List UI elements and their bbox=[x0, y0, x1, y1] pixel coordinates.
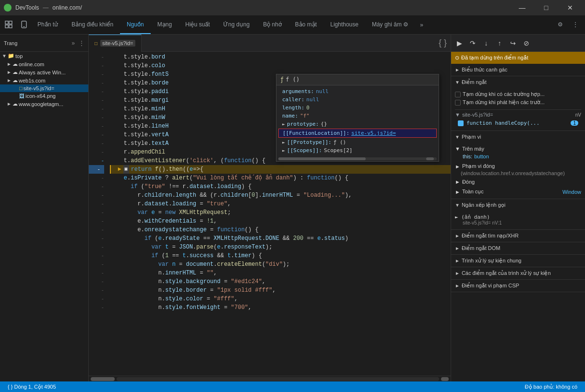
tooltip-content: arguments: null caller: null length: 0 bbox=[276, 85, 439, 156]
nav-console[interactable]: Bảng điều khiển bbox=[65, 15, 120, 34]
code-tab-site-v5[interactable]: □ site-v5.js?id= bbox=[89, 35, 142, 52]
breakpoint-option-1[interactable]: Tạm dừng khi có các trường hợp... bbox=[455, 90, 581, 98]
nav-more[interactable]: » bbox=[415, 15, 428, 34]
section-header-scope[interactable]: ▼ Phạm vi bbox=[451, 131, 585, 143]
section-header-event-bp[interactable]: ► Các điểm ngắt của trình xử lý sự kiện bbox=[451, 267, 585, 279]
image-icon: 🖼 bbox=[19, 93, 24, 99]
maximize-button[interactable]: □ bbox=[535, 0, 557, 15]
section-watch: ► Biểu thức canh gác bbox=[451, 64, 585, 76]
deactivate-button[interactable]: ⊘ bbox=[521, 38, 532, 48]
breakpoint-file-header: ▼ site-v5.js?id= nV bbox=[455, 112, 581, 118]
code-line: var n = document.createElement("div"); bbox=[110, 260, 451, 269]
title-separator: — bbox=[43, 4, 48, 11]
tab-search-input[interactable]: site-v5.js?id= bbox=[100, 40, 135, 47]
scope-global-header[interactable]: ► Toàn cục bbox=[455, 188, 561, 196]
section-header-csp[interactable]: ► Điểm ngắt vi phạm CSP bbox=[451, 280, 585, 292]
section-header-dom[interactable]: ► Điểm ngắt DOM bbox=[451, 242, 585, 254]
scope-closure-label: Phạm vi đóng bbox=[462, 163, 495, 169]
nav-ellipsis[interactable]: ⋮ bbox=[570, 21, 581, 29]
pause-icon: ⊙ bbox=[455, 55, 459, 61]
watch-label: Biểu thức canh gác bbox=[462, 67, 507, 73]
svg-rect-4 bbox=[9, 25, 12, 28]
sidebar: Trang » ⋮ ▼ 📁 top ► ☁ online.com bbox=[0, 35, 89, 381]
step-button[interactable]: ↪ bbox=[508, 38, 518, 48]
section-header-callstack[interactable]: ▼ Ngăn xếp lệnh gọi bbox=[451, 199, 585, 211]
scope-local-header[interactable]: ▼ Trên máy bbox=[455, 145, 581, 153]
minimize-button[interactable]: — bbox=[511, 0, 533, 15]
sidebar-more[interactable]: » bbox=[72, 40, 75, 47]
close-button[interactable]: ✕ bbox=[559, 0, 581, 15]
scope-local: ▼ Trên máy this: button bbox=[455, 145, 581, 160]
tree-label-site-v5: site-v5.js?id= bbox=[24, 85, 55, 91]
cloud-icon: ☁ bbox=[12, 101, 18, 107]
section-header-event[interactable]: ► Trình xử lý sự kiện chung bbox=[451, 255, 585, 267]
svg-rect-3 bbox=[5, 25, 8, 28]
sidebar-item-icon[interactable]: ► 🖼 icon-x64.png bbox=[0, 92, 88, 100]
scope-closure-header[interactable]: ► Phạm vi đóng bbox=[455, 162, 581, 170]
event-label: Trình xử lý sự kiện chung bbox=[462, 258, 522, 264]
tree-label-icon: icon-x64.png bbox=[25, 93, 56, 99]
nav-gear[interactable]: ⚙ bbox=[555, 21, 566, 29]
checkbox-icon[interactable] bbox=[455, 100, 461, 106]
callstack-frame-name: ► (ẩn danh) bbox=[455, 214, 581, 220]
sidebar-tree: ▼ 📁 top ► ☁ online.com ► ☁ Always active… bbox=[0, 52, 88, 381]
svg-rect-6 bbox=[23, 26, 25, 27]
tooltip-title: f () bbox=[286, 76, 299, 83]
arrow-icon: ▼ bbox=[455, 146, 460, 152]
section-breakpoints: ▼ Điểm ngắt Tạm dừng khi có các trường h… bbox=[451, 76, 585, 131]
step-over-button[interactable]: ↷ bbox=[467, 38, 478, 48]
cloud-icon: ☁ bbox=[12, 69, 18, 75]
scope-local-label: Trên máy bbox=[462, 146, 484, 152]
arrow-icon: ► bbox=[455, 164, 460, 169]
section-header-xhr[interactable]: ► Điểm ngắt tìm nạp/XHR bbox=[451, 230, 585, 242]
section-header-breakpoints[interactable]: ▼ Điểm ngắt bbox=[451, 76, 585, 88]
tooltip-row-proto2: ► [[Prototype]]: ƒ () bbox=[276, 138, 439, 146]
sidebar-item-top[interactable]: ▼ 📁 top bbox=[0, 52, 88, 60]
sidebar-item-web1s[interactable]: ► ☁ web1s.com bbox=[0, 76, 88, 84]
tooltip-fn-icon: ƒ bbox=[280, 76, 284, 83]
nav-settings[interactable] bbox=[0, 15, 17, 34]
nav-recorder[interactable]: Máy ghi âm ⚙ bbox=[365, 15, 415, 34]
nav-security[interactable]: Bảo mật bbox=[288, 15, 323, 34]
tooltip-row-arguments: arguments: null bbox=[276, 87, 439, 95]
sidebar-header: Trang » ⋮ bbox=[0, 35, 88, 52]
sidebar-item-always-active[interactable]: ► ☁ Always active Win... bbox=[0, 68, 88, 76]
sidebar-item-online[interactable]: ► ☁ online.com bbox=[0, 60, 88, 68]
bp-checkbox[interactable] bbox=[458, 120, 464, 126]
function-location-link[interactable]: site-v5.js?id= bbox=[351, 130, 396, 136]
tooltip-row-caller: caller: null bbox=[276, 95, 439, 104]
content-area: Trang » ⋮ ▼ 📁 top ► ☁ online.com bbox=[0, 35, 585, 381]
nav-elements[interactable]: Phần tử bbox=[31, 15, 65, 34]
callstack-anon[interactable]: ► (ẩn danh) site-v5.js?id= nV:1 bbox=[455, 213, 581, 226]
status-bar: { } Dòng 1, Cột 4905 Độ bao phủ: không c… bbox=[0, 381, 585, 392]
sidebar-item-google[interactable]: ► ☁ www.googletagm... bbox=[0, 100, 88, 108]
step-out-button[interactable]: ↑ bbox=[494, 38, 505, 48]
status-right: Độ bao phủ: không có bbox=[521, 384, 581, 390]
nav-lighthouse[interactable]: Lighthouse bbox=[323, 15, 365, 34]
scope-closed-header[interactable]: ► Đóng bbox=[455, 178, 581, 186]
arrow-icon: ▼ bbox=[455, 202, 460, 208]
checkbox-icon[interactable] bbox=[455, 92, 461, 97]
breakpoint-item[interactable]: function handleCopy(... 1 bbox=[455, 119, 581, 128]
sidebar-item-site-v5[interactable]: ► □ site-v5.js?id= bbox=[0, 84, 88, 92]
csp-label: Điểm ngắt vi phạm CSP bbox=[462, 283, 519, 289]
tooltip-overlay: ƒ f () arguments: null caller: null bbox=[276, 74, 439, 162]
arrow-icon: ► bbox=[455, 258, 460, 263]
scope-local-items: this: button bbox=[455, 153, 581, 160]
step-into-button[interactable]: ↓ bbox=[481, 38, 491, 48]
nav-bar: Phần tử Bảng điều khiển Nguồn Mạng Hiệu … bbox=[0, 15, 585, 35]
main-content: Trang » ⋮ ▼ 📁 top ► ☁ online.com bbox=[0, 35, 585, 392]
code-line: n.style.color = "#fff", bbox=[110, 295, 451, 303]
nav-memory[interactable]: Bộ nhớ bbox=[256, 15, 288, 34]
nav-sources[interactable]: Nguồn bbox=[120, 15, 151, 34]
nav-mobile[interactable] bbox=[17, 15, 31, 34]
breakpoint-option-2[interactable]: Tạm dừng khi phát hiện các trườ... bbox=[455, 98, 581, 107]
format-button[interactable]: { } bbox=[439, 38, 447, 48]
xhr-label: Điểm ngắt tìm nạp/XHR bbox=[462, 233, 519, 239]
sidebar-menu[interactable]: ⋮ bbox=[79, 40, 84, 47]
nav-application[interactable]: Ứng dụng bbox=[216, 15, 256, 34]
section-header-watch[interactable]: ► Biểu thức canh gác bbox=[451, 64, 585, 76]
resume-button[interactable]: ▶ bbox=[454, 38, 465, 48]
nav-performance[interactable]: Hiệu suất bbox=[179, 15, 216, 34]
nav-network[interactable]: Mạng bbox=[151, 15, 179, 34]
